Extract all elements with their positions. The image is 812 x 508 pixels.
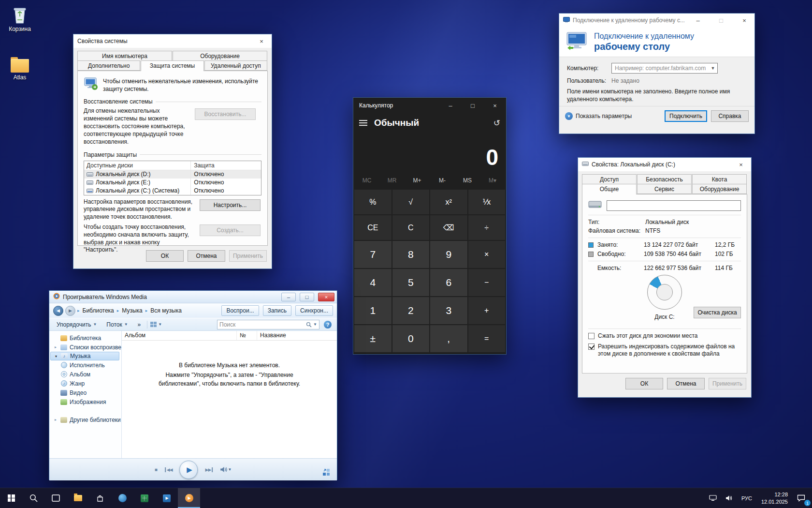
tab-system-protection[interactable]: Защита системы [141, 60, 203, 71]
drive-name-input[interactable] [607, 200, 741, 211]
network-tray-button[interactable] [705, 488, 721, 508]
stream-menu-button[interactable]: Поток▼ [103, 320, 131, 329]
column-protection[interactable]: Защита [191, 162, 261, 169]
tab-hardware[interactable]: Оборудование [173, 51, 267, 60]
configure-button[interactable]: Настроить... [200, 199, 261, 211]
key-multiply[interactable]: × [468, 241, 506, 268]
minimize-button[interactable]: – [439, 98, 462, 113]
title-bar[interactable]: Свойства системы × [73, 34, 272, 48]
history-icon[interactable]: ↺ [493, 118, 500, 128]
tab-sync[interactable]: Синхрон... [295, 305, 333, 316]
breadcrumb-library[interactable]: Библиотека [82, 307, 115, 314]
help-button[interactable]: Справка [711, 110, 749, 122]
minimize-button[interactable]: – [281, 293, 296, 301]
sidebar-item-video[interactable]: Видео [49, 388, 121, 397]
show-options-expander[interactable]: ▼ Показать параметры [565, 112, 632, 120]
table-row[interactable]: Локальный диск (D:) Отключено [84, 170, 261, 179]
key-negate[interactable]: ± [354, 325, 392, 352]
taskbar-icon-movies[interactable]: ▶ [156, 488, 178, 508]
sidebar-item-artist[interactable]: Исполнитель [49, 360, 121, 370]
key-7[interactable]: 7 [354, 241, 392, 268]
tab-burn[interactable]: Запись [263, 305, 291, 316]
create-button[interactable]: Создать... [200, 224, 261, 236]
sidebar-item-music[interactable]: ▾ ♪ Музыка [50, 352, 119, 360]
expander-collapsed-icon[interactable]: ▸ [53, 345, 58, 349]
computer-input[interactable] [612, 63, 709, 73]
taskbar-icon-store[interactable] [89, 488, 111, 508]
column-album[interactable]: Альбом [122, 331, 237, 340]
ok-button[interactable]: ОК [625, 378, 663, 389]
view-options-button[interactable]: ▼ [150, 322, 162, 327]
key-sqrt[interactable]: √ [392, 190, 430, 214]
language-indicator[interactable]: РУС [737, 488, 756, 508]
table-header[interactable]: Доступные диски Защита [84, 161, 261, 170]
expander-collapsed-icon[interactable]: ▸ [53, 418, 58, 422]
switch-to-now-playing-button[interactable] [323, 469, 331, 476]
key-5[interactable]: 5 [392, 269, 430, 296]
sidebar-item-playlists[interactable]: ▸ Списки воспроизве [49, 343, 121, 352]
desktop-icon-atlas[interactable]: Atlas [2, 53, 38, 81]
overflow-button[interactable]: » [134, 320, 145, 329]
chevron-down-icon[interactable]: ▼ [313, 322, 317, 327]
organize-menu-button[interactable]: Упорядочить▼ [53, 320, 100, 329]
key-backspace[interactable]: ⌫ [430, 215, 467, 240]
memory-add-button[interactable]: M+ [405, 177, 430, 184]
key-square[interactable]: x² [430, 190, 467, 214]
forward-button[interactable]: ▶ [65, 306, 75, 316]
computer-combobox[interactable]: ▼ [611, 63, 718, 74]
checkbox-unchecked-icon[interactable] [588, 333, 594, 339]
key-8[interactable]: 8 [392, 241, 430, 268]
key-decimal[interactable]: , [430, 325, 467, 352]
key-9[interactable]: 9 [430, 241, 467, 268]
action-center-button[interactable]: 1 [793, 488, 812, 508]
close-button[interactable]: × [484, 98, 506, 113]
title-bar[interactable]: Свойства: Локальный диск (C:) × [578, 158, 751, 171]
clock[interactable]: 12:28 12.01.2025 [756, 491, 793, 506]
memory-subtract-button[interactable]: M- [430, 177, 455, 184]
title-bar[interactable]: Проигрыватель Windows Media – □ × [49, 291, 337, 303]
search-input[interactable] [219, 321, 304, 328]
tab-tools[interactable]: Сервис [637, 184, 692, 194]
maximize-button[interactable]: □ [462, 98, 484, 113]
key-2[interactable]: 2 [392, 297, 430, 324]
sidebar-item-pictures[interactable]: Изображения [49, 397, 121, 406]
tab-hardware[interactable]: Оборудование [692, 184, 747, 194]
play-button[interactable]: ▶ [180, 461, 198, 479]
key-equals[interactable]: = [468, 325, 506, 352]
start-button[interactable] [0, 488, 22, 508]
stop-button[interactable]: ■ [155, 467, 158, 472]
sidebar-item-other-libraries[interactable]: ▸ Другие библиотеки [49, 415, 121, 424]
indexing-checkbox-row[interactable]: Разрешить индексировать содержимое файло… [588, 343, 741, 358]
key-6[interactable]: 6 [430, 269, 467, 296]
breadcrumb-music[interactable]: Музыка [121, 307, 143, 314]
close-button[interactable]: × [734, 14, 754, 27]
taskbar-icon-edge[interactable] [111, 488, 133, 508]
memory-store-button[interactable]: MS [455, 177, 480, 184]
key-add[interactable]: + [468, 297, 506, 324]
tab-security[interactable]: Безопасность [637, 174, 692, 184]
memory-list-button[interactable]: M▾ [480, 177, 505, 184]
compress-checkbox-row[interactable]: Сжать этот диск для экономии места [588, 332, 741, 340]
table-row[interactable]: Локальный диск (C:) (Система) Отключено [84, 187, 261, 195]
restore-button[interactable]: Восстановить... [195, 108, 256, 120]
tab-access[interactable]: Доступ [582, 174, 637, 184]
sidebar-item-album[interactable]: Альбом [49, 370, 121, 379]
volume-tray-button[interactable] [721, 488, 737, 508]
minimize-button[interactable]: – [688, 14, 708, 27]
back-button[interactable]: ◀ [53, 306, 63, 316]
key-clear[interactable]: C [392, 215, 430, 240]
maximize-button[interactable]: □ [300, 293, 314, 301]
previous-button[interactable]: ◀◀ [165, 467, 173, 472]
close-button[interactable]: × [731, 158, 751, 171]
column-title[interactable]: Название [257, 331, 337, 340]
key-divide[interactable]: ÷ [468, 215, 506, 240]
column-available-disks[interactable]: Доступные диски [84, 161, 191, 170]
close-button[interactable]: × [318, 293, 334, 301]
sidebar-item-library[interactable]: Библиотека [49, 333, 121, 343]
key-1[interactable]: 1 [354, 297, 392, 324]
tab-quota[interactable]: Квота [692, 174, 747, 184]
tab-play[interactable]: Воспрои... [221, 305, 259, 316]
connect-button[interactable]: Подключить [665, 110, 707, 122]
cancel-button[interactable]: Отмена [667, 378, 705, 389]
taskbar-icon-wmp[interactable]: ▶ [178, 488, 200, 508]
